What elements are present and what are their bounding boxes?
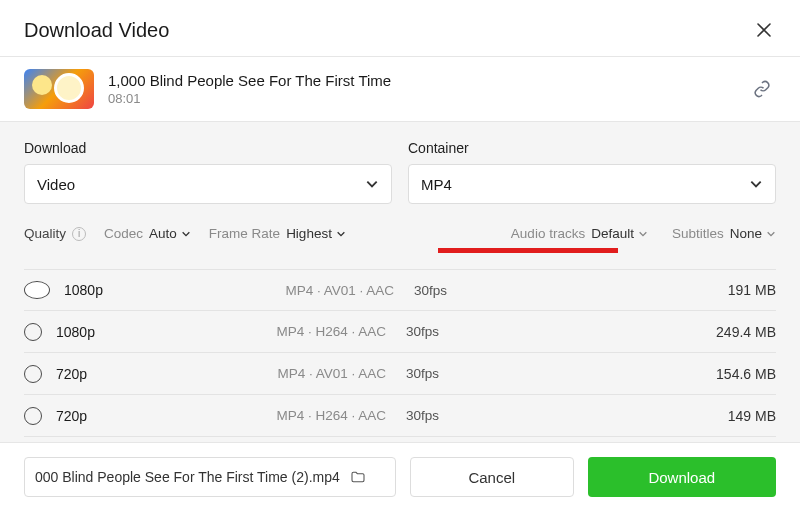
download-button[interactable]: Download xyxy=(588,457,776,497)
chevron-down-icon xyxy=(749,177,763,191)
quality-table: 1080pMP4 · AV01 · AAC30fps191 MB1080pMP4… xyxy=(24,269,776,437)
size-cell: 149 MB xyxy=(526,408,776,424)
audio-tracks-label: Audio tracks xyxy=(511,226,585,241)
codec-value: Auto xyxy=(149,226,191,241)
resolution-cell: 1080p xyxy=(56,324,186,340)
radio-button[interactable] xyxy=(24,281,50,299)
chevron-down-icon xyxy=(638,229,648,239)
framerate-label: Frame Rate xyxy=(209,226,280,241)
table-row[interactable]: 1080pMP4 · H264 · AAC30fps249.4 MB xyxy=(24,311,776,353)
dialog-title: Download Video xyxy=(24,19,169,42)
framerate-value: Highest xyxy=(286,226,346,241)
close-button[interactable] xyxy=(752,18,776,42)
container-label: Container xyxy=(408,140,776,156)
chevron-down-icon xyxy=(336,229,346,239)
filename-text: 000 Blind People See For The First Time … xyxy=(35,469,340,485)
audio-tracks-value: Default xyxy=(591,226,648,241)
dialog-body: Download Video Container MP4 Quality i xyxy=(0,121,800,442)
video-meta: 1,000 Blind People See For The First Tim… xyxy=(108,72,734,106)
video-thumbnail xyxy=(24,69,94,109)
chevron-down-icon xyxy=(766,229,776,239)
resolution-cell: 720p xyxy=(56,408,186,424)
container-group: Container MP4 xyxy=(408,140,776,204)
filters-row: Quality i Codec Auto Frame Rate Highest … xyxy=(24,226,776,241)
table-row[interactable]: 720pMP4 · AV01 · AAC30fps154.6 MB xyxy=(24,353,776,395)
cancel-button[interactable]: Cancel xyxy=(410,457,574,497)
codec-cell: MP4 · AV01 · AAC xyxy=(186,366,406,381)
video-info-row: 1,000 Blind People See For The First Tim… xyxy=(0,57,800,121)
quality-filter[interactable]: Quality i xyxy=(24,226,86,241)
info-icon: i xyxy=(72,227,86,241)
quality-label: Quality xyxy=(24,226,66,241)
table-row[interactable]: 1080pMP4 · AV01 · AAC30fps191 MB xyxy=(24,269,776,311)
subtitles-label: Subtitles xyxy=(672,226,724,241)
container-select[interactable]: MP4 xyxy=(408,164,776,204)
resolution-cell: 1080p xyxy=(64,282,194,298)
audio-tracks-filter[interactable]: Audio tracks Default xyxy=(511,226,648,241)
framerate-filter[interactable]: Frame Rate Highest xyxy=(209,226,346,241)
fps-cell: 30fps xyxy=(406,324,526,339)
download-video-dialog: Download Video 1,000 Blind People See Fo… xyxy=(0,0,800,517)
subtitles-value: None xyxy=(730,226,776,241)
download-type-group: Download Video xyxy=(24,140,392,204)
container-value: MP4 xyxy=(421,176,452,193)
download-type-label: Download xyxy=(24,140,392,156)
codec-cell: MP4 · H264 · AAC xyxy=(186,408,406,423)
radio-button[interactable] xyxy=(24,323,42,341)
fps-cell: 30fps xyxy=(414,283,534,298)
codec-cell: MP4 · H264 · AAC xyxy=(186,324,406,339)
close-icon xyxy=(757,23,771,37)
fps-cell: 30fps xyxy=(406,366,526,381)
codec-label: Codec xyxy=(104,226,143,241)
selects-row: Download Video Container MP4 xyxy=(24,140,776,204)
download-type-value: Video xyxy=(37,176,75,193)
codec-cell: MP4 · AV01 · AAC xyxy=(194,283,414,298)
video-duration: 08:01 xyxy=(108,91,734,106)
dialog-footer: 000 Blind People See For The First Time … xyxy=(0,442,800,517)
subtitles-filter[interactable]: Subtitles None xyxy=(672,226,776,241)
annotation-underline xyxy=(438,248,618,253)
table-row[interactable]: 720pMP4 · H264 · AAC30fps149 MB xyxy=(24,395,776,437)
size-cell: 191 MB xyxy=(534,282,776,298)
video-title: 1,000 Blind People See For The First Tim… xyxy=(108,72,734,89)
filename-input[interactable]: 000 Blind People See For The First Time … xyxy=(24,457,396,497)
chevron-down-icon xyxy=(365,177,379,191)
copy-link-button[interactable] xyxy=(748,80,776,98)
folder-icon xyxy=(350,469,366,485)
link-icon xyxy=(753,80,771,98)
resolution-cell: 720p xyxy=(56,366,186,382)
dialog-header: Download Video xyxy=(0,0,800,56)
radio-button[interactable] xyxy=(24,365,42,383)
codec-filter[interactable]: Codec Auto xyxy=(104,226,191,241)
filters-right: Audio tracks Default Subtitles None xyxy=(511,226,776,241)
size-cell: 154.6 MB xyxy=(526,366,776,382)
download-type-select[interactable]: Video xyxy=(24,164,392,204)
chevron-down-icon xyxy=(181,229,191,239)
size-cell: 249.4 MB xyxy=(526,324,776,340)
radio-button[interactable] xyxy=(24,407,42,425)
fps-cell: 30fps xyxy=(406,408,526,423)
